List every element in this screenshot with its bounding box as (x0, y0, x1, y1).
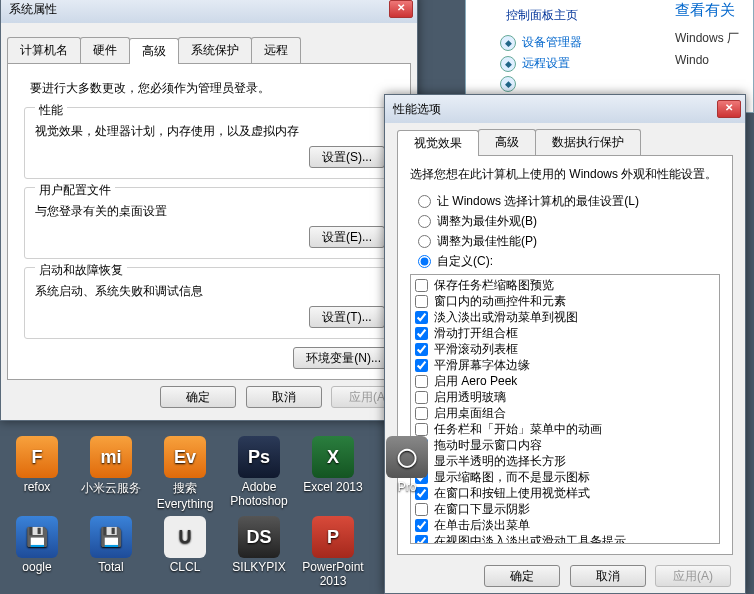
group-desc: 系统启动、系统失败和调试信息 (35, 283, 385, 300)
radio-input[interactable] (418, 215, 431, 228)
checkbox[interactable] (415, 327, 428, 340)
tab-4[interactable]: 远程 (251, 37, 301, 63)
app-icon: X (312, 436, 354, 478)
check-row[interactable]: 滑动打开组合框 (411, 325, 719, 341)
desktop-icon[interactable]: PsAdobe Photoshop (223, 436, 295, 512)
cancel-button[interactable]: 取消 (570, 565, 646, 587)
app-icon: ◯ (386, 436, 428, 478)
radio-2[interactable]: 调整为最佳性能(P) (418, 233, 720, 250)
icon-label: Adobe Photoshop (223, 480, 295, 508)
radio-label: 调整为最佳外观(B) (437, 213, 537, 230)
close-button[interactable]: ✕ (389, 0, 413, 18)
admin-note: 要进行大多数更改，您必须作为管理员登录。 (30, 80, 394, 97)
cpl-text: Windo (675, 53, 745, 67)
tab-0[interactable]: 计算机名 (7, 37, 81, 63)
check-label: 启用 Aero Peek (434, 373, 517, 389)
ok-button[interactable]: 确定 (160, 386, 236, 408)
radio-input[interactable] (418, 255, 431, 268)
icon-label: SILKYPIX (232, 560, 285, 574)
checkbox[interactable] (415, 311, 428, 324)
desktop-icon[interactable]: PPowerPoint 2013 (297, 516, 369, 592)
group-desc: 与您登录有关的桌面设置 (35, 203, 385, 220)
radio-label: 调整为最佳性能(P) (437, 233, 537, 250)
icon-label: Pro (398, 480, 417, 494)
check-row[interactable]: 启用 Aero Peek (411, 373, 719, 389)
group-desc: 视觉效果，处理器计划，内存使用，以及虚拟内存 (35, 123, 385, 140)
tab-bar: 计算机名硬件高级系统保护远程 (7, 37, 411, 64)
group-title: 启动和故障恢复 (35, 262, 127, 279)
checkbox[interactable] (415, 295, 428, 308)
desktop-icon[interactable]: mi小米云服务 (75, 436, 147, 512)
checkbox[interactable] (415, 391, 428, 404)
cpl-link-more[interactable]: ◆ (500, 76, 743, 92)
radio-input[interactable] (418, 195, 431, 208)
radio-1[interactable]: 调整为最佳外观(B) (418, 213, 720, 230)
titlebar[interactable]: 性能选项 ✕ (385, 95, 745, 123)
radio-label: 让 Windows 选择计算机的最佳设置(L) (437, 193, 639, 210)
desktop-icon[interactable]: Frefox (1, 436, 73, 512)
group-title: 用户配置文件 (35, 182, 115, 199)
checkbox[interactable] (415, 407, 428, 420)
desktop-icons: Frefoxmi小米云服务Ev搜索 EverythingPsAdobe Phot… (0, 434, 465, 594)
check-label: 启用桌面组合 (434, 405, 506, 421)
group-performance: 性能 视觉效果，处理器计划，内存使用，以及虚拟内存 设置(S)... (24, 107, 394, 179)
group-startup: 启动和故障恢复 系统启动、系统失败和调试信息 设置(T)... (24, 267, 394, 339)
tab-2[interactable]: 高级 (129, 38, 179, 64)
check-row[interactable]: 窗口内的动画控件和元素 (411, 293, 719, 309)
checkbox[interactable] (415, 279, 428, 292)
app-icon: DS (238, 516, 280, 558)
check-row[interactable]: 启用透明玻璃 (411, 389, 719, 405)
desktop-icon[interactable]: Ev搜索 Everything (149, 436, 221, 512)
tab-0[interactable]: 视觉效果 (397, 130, 479, 156)
check-row[interactable]: 平滑屏幕字体边缘 (411, 357, 719, 373)
check-label: 淡入淡出或滑动菜单到视图 (434, 309, 578, 325)
close-button[interactable]: ✕ (717, 100, 741, 118)
icon-label: PowerPoint 2013 (297, 560, 369, 588)
tab-bar: 视觉效果高级数据执行保护 (397, 129, 733, 156)
checkbox[interactable] (415, 343, 428, 356)
cpl-view-info[interactable]: 查看有关 (675, 1, 745, 20)
cpl-right-column: 查看有关 Windows 厂 Windo (675, 1, 745, 73)
env-vars-button[interactable]: 环境变量(N)... (293, 347, 394, 369)
apply-button[interactable]: 应用(A) (655, 565, 731, 587)
app-icon: Ev (164, 436, 206, 478)
icon-label: oogle (22, 560, 51, 574)
desktop-icon[interactable]: UCLCL (149, 516, 221, 592)
desktop-icon[interactable]: ◯Pro (371, 436, 443, 512)
checkbox[interactable] (415, 375, 428, 388)
check-row[interactable]: 启用桌面组合 (411, 405, 719, 421)
desktop-icon[interactable]: XExcel 2013 (297, 436, 369, 512)
system-properties-window: 系统属性 ✕ 计算机名硬件高级系统保护远程 要进行大多数更改，您必须作为管理员登… (0, 0, 418, 421)
tab-2[interactable]: 数据执行保护 (535, 129, 641, 155)
shield-icon: ◆ (500, 35, 516, 51)
check-label: 保存任务栏缩略图预览 (434, 277, 554, 293)
settings-startup-button[interactable]: 设置(T)... (309, 306, 385, 328)
check-row[interactable]: 平滑滚动列表框 (411, 341, 719, 357)
icon-label: Excel 2013 (303, 480, 362, 494)
desktop-icon[interactable]: 💾Total (75, 516, 147, 592)
radio-label: 自定义(C): (437, 253, 493, 270)
ok-button[interactable]: 确定 (484, 565, 560, 587)
checkbox[interactable] (415, 359, 428, 372)
cancel-button[interactable]: 取消 (246, 386, 322, 408)
titlebar[interactable]: 系统属性 ✕ (1, 0, 417, 23)
tab-1[interactable]: 高级 (478, 129, 536, 155)
settings-perf-button[interactable]: 设置(S)... (309, 146, 385, 168)
radio-3[interactable]: 自定义(C): (418, 253, 720, 270)
check-row[interactable]: 保存任务栏缩略图预览 (411, 277, 719, 293)
check-row[interactable]: 淡入淡出或滑动菜单到视图 (411, 309, 719, 325)
desktop-icon[interactable]: DSSILKYPIX (223, 516, 295, 592)
tab-page-advanced: 要进行大多数更改，您必须作为管理员登录。 性能 视觉效果，处理器计划，内存使用，… (7, 64, 411, 380)
app-icon: U (164, 516, 206, 558)
settings-profile-button[interactable]: 设置(E)... (309, 226, 385, 248)
check-label: 窗口内的动画控件和元素 (434, 293, 566, 309)
window-title: 系统属性 (5, 1, 57, 18)
radio-0[interactable]: 让 Windows 选择计算机的最佳设置(L) (418, 193, 720, 210)
app-icon: 💾 (90, 516, 132, 558)
desktop-icon[interactable]: 💾oogle (1, 516, 73, 592)
app-icon: F (16, 436, 58, 478)
icon-label: CLCL (170, 560, 201, 574)
tab-1[interactable]: 硬件 (80, 37, 130, 63)
radio-input[interactable] (418, 235, 431, 248)
tab-3[interactable]: 系统保护 (178, 37, 252, 63)
